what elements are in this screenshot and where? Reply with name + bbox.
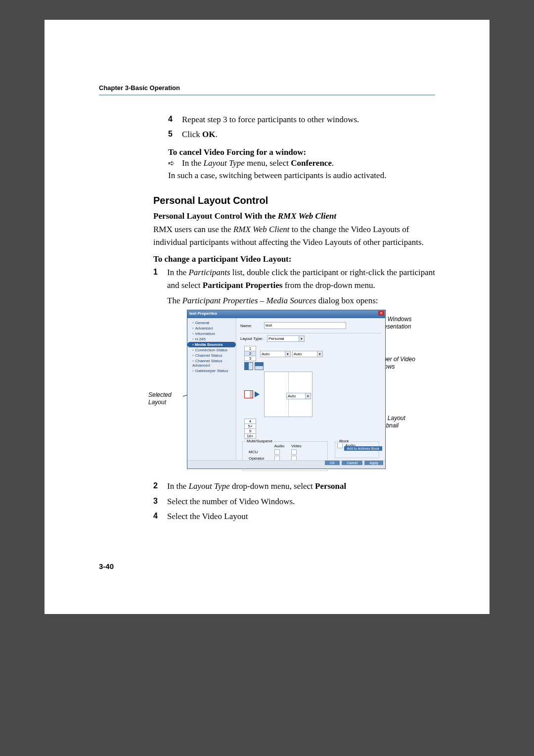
layout-type-dropdown[interactable]: Personal ▾ (267, 335, 305, 342)
checkbox[interactable] (274, 449, 280, 455)
document-page: Chapter 3-Basic Operation 4 Repeat step … (44, 20, 490, 614)
step-row: 2 In the Layout Type drop-down menu, sel… (153, 480, 435, 493)
dialog-main: Name: test Layout Type: Personal ▾ (236, 318, 385, 462)
heading-2: Personal Layout Control (153, 195, 435, 206)
step-number: 5 (168, 128, 182, 141)
step-text: Select the number of Video Windows. (167, 495, 295, 508)
step-row: 4 Select the Video Layout (153, 510, 435, 523)
dialog-footer: OK Cancel Apply (187, 460, 385, 469)
figure: Selected Layout Video Windows Representa… (153, 310, 430, 473)
nav-item[interactable]: ›Channel Status Advanced (187, 358, 236, 368)
chapter-header: Chapter 3-Basic Operation (99, 84, 435, 92)
step-number: 2 (153, 480, 167, 492)
layout-preview: Auto ▾ (264, 372, 312, 417)
svg-rect-6 (245, 363, 249, 370)
name-label: Name: (240, 324, 264, 328)
step-text: Repeat step 3 to force participants to o… (182, 113, 359, 126)
paragraph: RMX users can use the RMX Web Client to … (153, 223, 435, 249)
nav-item[interactable]: ›Gatekeeper Status (187, 368, 236, 374)
auto-dropdown[interactable]: Auto ▾ (260, 351, 291, 357)
nav-item[interactable]: ›Information (187, 331, 236, 336)
dialog-titlebar: test Properties × (187, 310, 385, 318)
layout-thumb[interactable] (255, 362, 264, 370)
checkbox[interactable] (291, 449, 297, 455)
svg-rect-7 (249, 363, 253, 370)
divider (240, 333, 381, 333)
svg-rect-11 (250, 391, 253, 398)
ok-button[interactable]: OK (325, 461, 340, 465)
step-number: 1 (153, 266, 167, 279)
chevron-down-icon: ▾ (305, 393, 311, 399)
range-list: 4 5+ 9 10+ (244, 419, 256, 439)
nav-item-selected[interactable]: › Media Sources (187, 342, 236, 347)
layout-type-label: Layout Type: (240, 336, 267, 341)
close-icon[interactable]: × (378, 311, 384, 316)
arrow-icon: ➪ (168, 158, 182, 168)
nav-item[interactable]: ›Advanced (187, 326, 236, 331)
nav-item[interactable]: ›General (187, 320, 236, 326)
checkbox[interactable] (337, 443, 343, 448)
step-text: In the Participants list, double click t… (167, 266, 435, 292)
nav-item[interactable]: ›H.245 (187, 336, 236, 342)
step-row: 4 Repeat step 3 to force participants to… (168, 113, 435, 126)
svg-rect-8 (255, 363, 263, 366)
nav-item[interactable]: ›Channel Status (187, 353, 236, 358)
auto-dropdown[interactable]: Auto ▾ (292, 351, 323, 357)
step-row: 3 Select the number of Video Windows. (153, 495, 435, 508)
bullet-text: In the Layout Type menu, select Conferen… (182, 158, 334, 168)
dialog-window: test Properties × ›General ›Advanced ›In… (187, 310, 386, 469)
divider (99, 94, 435, 95)
num-cell[interactable]: 3 (244, 356, 256, 361)
chevron-down-icon: ▾ (317, 351, 322, 357)
step-text: The Participant Properties – Media Sourc… (167, 296, 435, 306)
step-number: 4 (168, 113, 182, 126)
step-row: 1 In the Participants list, double click… (153, 266, 435, 292)
dialog-nav: ›General ›Advanced ›Information ›H.245 ›… (187, 318, 236, 462)
layout-thumb-selected[interactable] (244, 390, 253, 398)
step-text: Select the Video Layout (167, 510, 248, 523)
pointer-icon (255, 391, 260, 397)
bullet-row: ➪ In the Layout Type menu, select Confer… (168, 158, 435, 168)
dialog-title-text: test Properties (189, 311, 217, 316)
subheading: To cancel Video Forcing for a window: (168, 147, 435, 157)
paragraph: In such a case, switching between partic… (168, 169, 435, 182)
step-row: 5 Click OK. (168, 128, 435, 141)
svg-rect-9 (255, 366, 263, 370)
fieldset-legend: Block (338, 439, 350, 443)
chevron-down-icon: ▾ (285, 351, 290, 357)
chevron-down-icon: ▾ (299, 336, 304, 341)
name-input[interactable]: test (264, 322, 346, 329)
heading-3: Personal Layout Control With the RMX Web… (153, 211, 435, 221)
page-number: 3-40 (99, 562, 114, 570)
layout-thumb[interactable] (244, 362, 253, 370)
subheading: To change a participant Video Layout: (153, 254, 435, 264)
apply-button[interactable]: Apply (364, 461, 383, 465)
fieldset-legend: Mute/Suspend (246, 439, 273, 443)
step-number: 3 (153, 495, 167, 508)
callout-selected-layout: Selected Layout (148, 391, 183, 406)
video-window-number-list: 1 2 3 (244, 346, 256, 361)
svg-rect-10 (245, 391, 250, 398)
step-text: In the Layout Type drop-down menu, selec… (167, 480, 346, 493)
preview-auto-dropdown[interactable]: Auto ▾ (286, 393, 311, 399)
step-text: Click OK. (182, 128, 218, 141)
step-number: 4 (153, 510, 167, 522)
nav-item[interactable]: ›Connection Status (187, 347, 236, 353)
cancel-button[interactable]: Cancel (342, 461, 362, 465)
add-to-address-book-button[interactable]: Add to Address Book (344, 446, 382, 451)
